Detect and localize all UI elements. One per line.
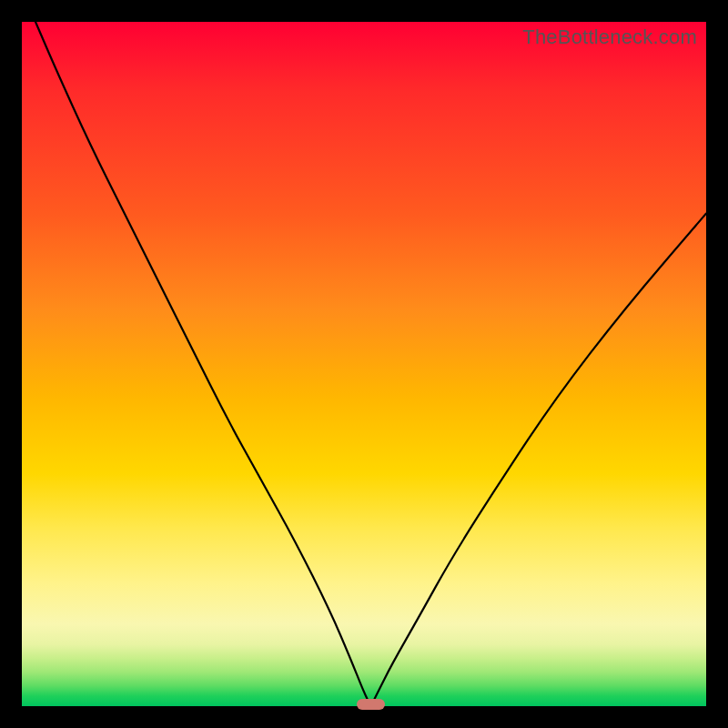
bottleneck-curve <box>22 22 706 706</box>
optimal-marker-pill <box>357 699 386 709</box>
curve-path <box>35 22 706 703</box>
chart-plot-area: TheBottleneck.com <box>22 22 706 706</box>
chart-frame: TheBottleneck.com <box>0 0 728 728</box>
